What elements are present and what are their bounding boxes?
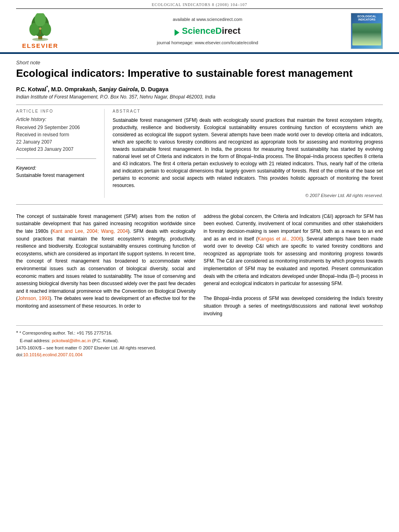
divider-1 xyxy=(16,105,383,105)
footer-doi: doi:10.1016/j.ecolind.2007.01.004 xyxy=(16,351,383,359)
journal-cover-title: ECOLOGICALINDICATORS xyxy=(358,15,376,22)
body-section: The concept of sustainable forest manage… xyxy=(16,213,383,317)
history-received: Received 29 September 2006 xyxy=(16,124,96,131)
history-revised-date: 22 January 2007 xyxy=(16,138,96,146)
journal-title-bar: ECOLOGICAL INDICATORS 8 (2008) 104–107 xyxy=(16,0,383,9)
elsevier-tree-icon xyxy=(24,13,56,41)
footer-star-note: * * Corresponding author. Tel.: +91 755 … xyxy=(16,329,383,337)
keyword-section: Keyword: Sustainable forest management xyxy=(16,165,96,178)
footer-corresponding: * Corresponding author. Tel.: +91 755 27… xyxy=(19,331,112,335)
keyword-value: Sustainable forest management xyxy=(16,173,96,178)
corresponding-star: * xyxy=(46,85,48,90)
body-col-right: address the global concern, the Criteria… xyxy=(204,213,383,317)
kangas-link[interactable]: Kangas et al., 2006 xyxy=(258,236,302,242)
section-label: Short note xyxy=(16,60,383,66)
article-info-col: ARTICLE INFO Article history: Received 2… xyxy=(16,109,105,198)
footer-email-suffix: (P.C. Kotwal). xyxy=(91,338,119,343)
journal-homepage: journal homepage: www.elsevier.com/locat… xyxy=(72,40,343,45)
center-header: available at www.sciencedirect.com Scien… xyxy=(64,17,351,45)
copyright-line: © 2007 Elsevier Ltd. All rights reserved… xyxy=(113,193,383,198)
svg-point-6 xyxy=(39,27,41,30)
abstract-col: ABSTRACT Sustainable forest management (… xyxy=(105,109,383,198)
footer-doi-link[interactable]: 10.1016/j.ecolind.2007.01.004 xyxy=(23,352,82,357)
footer-issn: 1470-160X/$ – see front matter © 2007 El… xyxy=(16,345,383,352)
footer-notes: * * Corresponding author. Tel.: +91 755 … xyxy=(16,325,383,359)
kant-lee-link[interactable]: Kant and Lee, 2004; Wang, 2004 xyxy=(52,228,128,234)
body-col-left: The concept of sustainable forest manage… xyxy=(16,213,195,317)
authors: P.C. Kotwal*, M.D. Omprakash, Sanjay Gai… xyxy=(16,85,383,92)
footer-email-link[interactable]: pckotwal@iifm.ac.in xyxy=(52,338,91,343)
history-revised-label: Received in revised form xyxy=(16,131,96,138)
affiliation: Indian Institute of Forest Management, P… xyxy=(16,94,383,100)
svg-point-1 xyxy=(32,38,48,41)
footer-star-icon: * xyxy=(16,330,18,336)
article-info-heading: ARTICLE INFO xyxy=(16,109,96,113)
sciencedirect-logo: ScienceDirect xyxy=(175,26,241,36)
authors-text: P.C. Kotwal*, M.D. Omprakash, Sanjay Gai… xyxy=(16,86,169,92)
available-text: available at www.sciencedirect.com xyxy=(72,17,343,22)
sd-arrow-icon xyxy=(175,29,179,36)
sd-logo-text: ScienceDirect xyxy=(182,26,241,36)
footer-email-row: E-mail address: pckotwal@iifm.ac.in (P.C… xyxy=(16,337,383,345)
journal-cover: ECOLOGICALINDICATORS xyxy=(351,13,383,49)
article-info-abstract: ARTICLE INFO Article history: Received 2… xyxy=(16,109,383,198)
logo-row: ELSEVIER available at www.sciencedirect.… xyxy=(0,9,399,54)
journal-title-text: ECOLOGICAL INDICATORS 8 (2008) 104–107 xyxy=(152,2,247,7)
divider-2 xyxy=(16,204,383,205)
divider-info xyxy=(16,158,96,159)
main-content: Short note Ecological indicators: Impera… xyxy=(0,60,399,359)
journal-cover-image xyxy=(352,23,381,45)
history-accepted: Accepted 23 January 2007 xyxy=(16,146,96,153)
elsevier-logo: ELSEVIER xyxy=(16,13,64,49)
keyword-label: Keyword: xyxy=(16,165,96,171)
article-title: Ecological indicators: Imperative to sus… xyxy=(16,67,383,80)
johnson-link[interactable]: Johnson, 1993 xyxy=(18,296,49,301)
abstract-heading: ABSTRACT xyxy=(113,109,383,113)
abstract-text: Sustainable forest management (SFM) deal… xyxy=(113,117,383,189)
article-history-label: Article history: xyxy=(16,117,96,122)
footer-email-label: E-mail address: xyxy=(20,338,51,343)
elsevier-text: ELSEVIER xyxy=(22,42,58,49)
